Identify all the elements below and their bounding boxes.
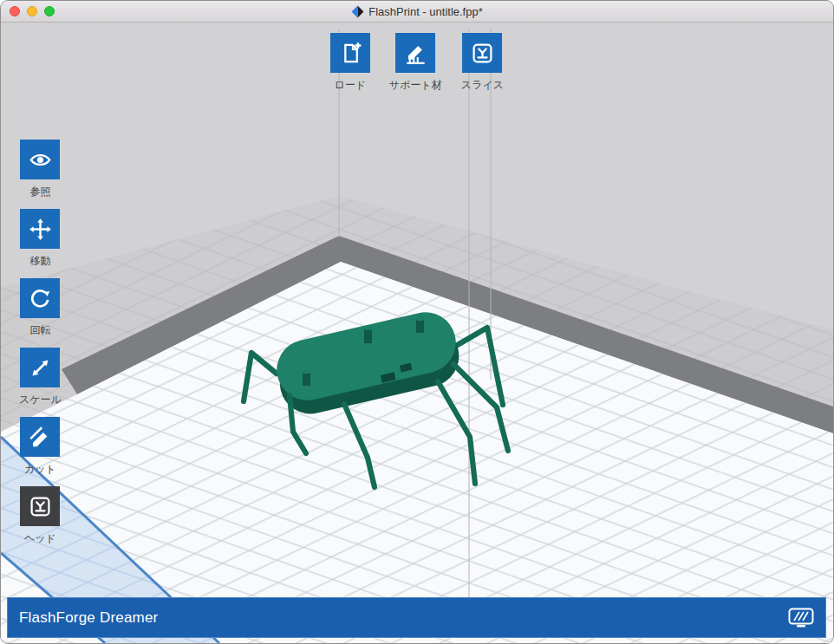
view-label: 参照 — [29, 185, 50, 199]
sidebar-item-move: 移動 — [19, 209, 62, 269]
rotate-icon — [29, 287, 52, 310]
toolbar-item-support: サポート材 — [389, 33, 442, 93]
flashprint-window: FlashPrint - untitle.fpp* — [0, 0, 834, 644]
sidebar: 参照 移動 — [19, 140, 62, 546]
flashprint-logo-icon — [351, 5, 364, 18]
close-button[interactable] — [10, 6, 20, 16]
head-icon — [29, 495, 52, 518]
minimize-button[interactable] — [27, 6, 37, 16]
titlebar[interactable]: FlashPrint - untitle.fpp* — [1, 1, 833, 23]
sidebar-item-scale: スケール — [19, 348, 62, 407]
statusbar: FlashForge Dreamer — [7, 597, 826, 638]
scale-icon — [29, 356, 52, 380]
traffic-lights — [10, 1, 55, 22]
load-icon — [339, 42, 362, 65]
load-label: ロード — [335, 78, 367, 93]
slice-label: スライス — [461, 78, 504, 93]
view-button[interactable] — [20, 140, 60, 179]
head-label: ヘッド — [24, 531, 56, 546]
machine-panel-button[interactable] — [786, 606, 816, 630]
cut-button[interactable] — [20, 417, 60, 457]
move-label: 移動 — [29, 254, 50, 269]
rotate-button[interactable] — [20, 278, 60, 318]
scale-label: スケール — [19, 393, 62, 407]
load-button[interactable] — [330, 33, 370, 73]
rotate-label: 回転 — [29, 323, 50, 338]
toolbar-item-load: ロード — [330, 33, 370, 93]
printer-panel-icon — [788, 608, 814, 628]
printer-name: FlashForge Dreamer — [19, 609, 158, 627]
sidebar-item-rotate: 回転 — [19, 278, 62, 338]
move-button[interactable] — [20, 209, 60, 249]
zoom-button[interactable] — [44, 6, 55, 16]
window-title-group: FlashPrint - untitle.fpp* — [351, 5, 483, 18]
sidebar-item-head: ヘッド — [19, 486, 62, 546]
support-material-icon — [404, 42, 427, 65]
support-label: サポート材 — [389, 78, 442, 93]
cut-label: カット — [24, 462, 56, 477]
sidebar-item-cut: カット — [19, 417, 62, 477]
support-button[interactable] — [395, 33, 435, 73]
scale-button[interactable] — [20, 348, 60, 387]
toolbar-item-slice: スライス — [461, 33, 504, 93]
toolbar: ロード サポート材 — [330, 33, 504, 93]
cut-icon — [29, 426, 52, 449]
scene-3d — [1, 23, 833, 643]
sidebar-item-view: 参照 — [19, 140, 62, 199]
head-button[interactable] — [20, 486, 60, 526]
move-icon — [29, 218, 52, 241]
eye-icon — [29, 148, 52, 172]
viewport-3d[interactable]: ロード サポート材 — [1, 23, 833, 643]
slice-button[interactable] — [462, 33, 502, 73]
slice-icon — [471, 42, 494, 65]
window-title: FlashPrint - untitle.fpp* — [368, 5, 483, 18]
